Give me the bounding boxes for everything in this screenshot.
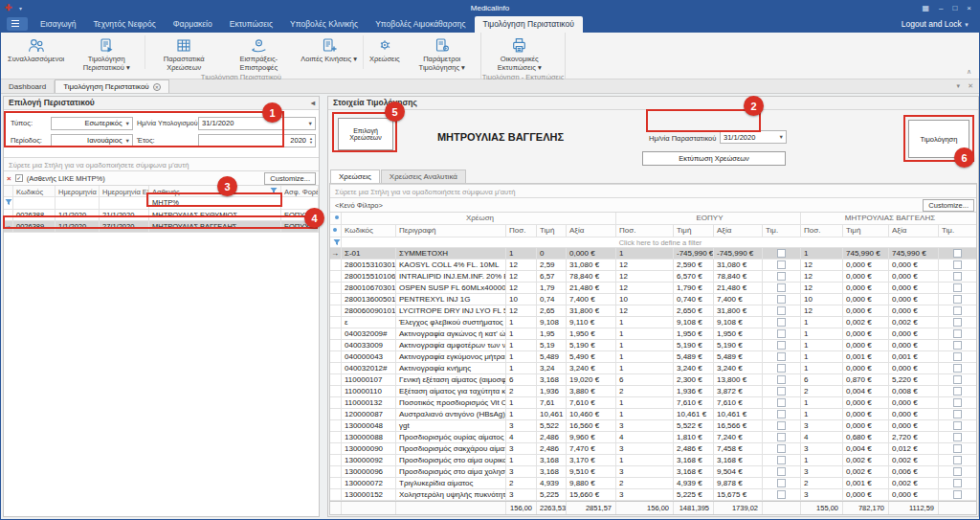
- period-combo[interactable]: Ιανουάριος▼: [51, 134, 133, 147]
- checkbox-unchecked[interactable]: [953, 272, 962, 281]
- filter-enabled-checkbox[interactable]: ✓: [15, 174, 23, 182]
- band-header-2[interactable]: ΕΟΠΥΥ: [616, 213, 801, 225]
- logout-and-lock-button[interactable]: Logout and Lock ▼: [892, 16, 979, 33]
- patient-row-2[interactable]: →00263891/1/202027/1/2020ΜΗΤΡΟΥΛΙΑΣ ΒΑΓΓ…: [4, 221, 319, 233]
- checkbox-unchecked[interactable]: [953, 364, 962, 373]
- checkbox-unchecked[interactable]: [777, 272, 786, 281]
- checkbox-unchecked[interactable]: [953, 433, 962, 441]
- ribbon-button-receipts[interactable]: Εισπράξεις-Επιστροφές: [221, 33, 296, 72]
- column-header-3[interactable]: Ποσ.: [506, 225, 537, 237]
- minimize-icon[interactable]: –: [939, 4, 943, 12]
- menu-tab-4[interactable]: Εκτυπώσεις: [221, 16, 281, 33]
- charge-row-9[interactable]: 040033009Ακτινογραφία αμφοτέρων των νεφρ…: [330, 340, 976, 351]
- charge-row-1[interactable]: →Σ-01ΣΥΜΜΕΤΟΧΗ100,000 €1-745,990 €-745,9…: [330, 248, 976, 260]
- checkbox-unchecked[interactable]: [777, 398, 786, 407]
- column-header-10[interactable]: Ποσ.: [801, 225, 843, 237]
- ribbon-button-people[interactable]: Συναλλασσόμενοι: [3, 33, 69, 72]
- collapse-ribbon-icon[interactable]: ∧: [967, 68, 971, 76]
- patient-row-1[interactable]: 00263881/1/202021/1/2020ΜΗΤΡΟΥΛΙΑΣ ΕΥΘΥΜ…: [4, 210, 319, 221]
- charge-row-16[interactable]: 130000048γgt35,52216,560 €35,522 €16,566…: [330, 420, 976, 432]
- charge-row-2[interactable]: 2800153103010KAOSYL COLL 4% FL. 10ML122,…: [330, 260, 976, 271]
- checkbox-unchecked[interactable]: [953, 283, 962, 292]
- ribbon-button-charges[interactable]: Χρεώσεις: [365, 33, 405, 72]
- checkbox-unchecked[interactable]: [777, 456, 786, 464]
- checkbox-unchecked[interactable]: [777, 260, 786, 269]
- define-filter-hint[interactable]: Click here to define a filter: [342, 237, 976, 248]
- menu-tab-7[interactable]: Τιμολόγηση Περιστατικού: [475, 16, 583, 33]
- checkbox-unchecked[interactable]: [953, 352, 962, 361]
- charges-tab-2[interactable]: Χρεώσεις Αναλυτικά: [381, 170, 466, 183]
- column-header-2[interactable]: Περιγραφή: [396, 225, 506, 237]
- checkbox-unchecked[interactable]: [777, 467, 786, 476]
- charge-row-20[interactable]: 130000096Προσδιορισμός στο αίμα χοληστερ…: [330, 466, 976, 478]
- empty-filter-text[interactable]: <Κενό Φίλτρο>: [335, 201, 383, 210]
- filter-funnel-icon[interactable]: [4, 197, 13, 210]
- menu-tab-1[interactable]: Εισαγωγή: [32, 16, 85, 33]
- checkbox-unchecked[interactable]: [953, 410, 962, 418]
- menu-tab-6[interactable]: Υποβολές Αιμοκάθαρσης: [367, 16, 474, 33]
- checkbox-unchecked[interactable]: [777, 490, 786, 499]
- checkbox-unchecked[interactable]: [953, 295, 962, 304]
- checkbox-unchecked[interactable]: [953, 421, 962, 430]
- checkbox-unchecked[interactable]: [777, 329, 786, 338]
- print-charges-button[interactable]: Εκτύπωση Χρεώσεων: [642, 151, 786, 166]
- charge-row-17[interactable]: 130000088Προσδιορισμός ουρίας αίματος42,…: [330, 432, 976, 443]
- checkbox-unchecked[interactable]: [953, 467, 962, 476]
- doc-date-field[interactable]: 31/1/2020▼: [720, 130, 787, 144]
- document-tab-1[interactable]: Dashboard: [1, 80, 55, 93]
- remove-filter-icon[interactable]: ×: [7, 174, 11, 183]
- close-tab-icon[interactable]: ✕: [153, 83, 161, 91]
- checkbox-unchecked[interactable]: [953, 479, 962, 487]
- charge-row-18[interactable]: 130000090Προσδιορισμός σακχάρου αίματος …: [330, 443, 976, 455]
- column-header-6[interactable]: Ποσ.: [616, 225, 674, 237]
- charge-row-7[interactable]: εΈλεγχος φλεβικού συστήματος κάτω άκρων …: [330, 317, 976, 328]
- charge-row-8[interactable]: 040032009#Ακτινογραφία αγκώνος ή κατ' ώμ…: [330, 328, 976, 340]
- close-document-icon[interactable]: ✕: [968, 82, 973, 90]
- checkbox-unchecked[interactable]: [953, 398, 962, 407]
- checkbox-unchecked[interactable]: [777, 421, 786, 430]
- application-menu-icon[interactable]: [7, 17, 28, 31]
- menu-tab-3[interactable]: Φαρμακείο: [165, 16, 221, 33]
- column-header-1[interactable]: Κωδικός: [13, 186, 56, 197]
- column-header-11[interactable]: Τιμή: [843, 225, 889, 237]
- ribbon-button-params[interactable]: Παράμετροι Τιμολόγησης ▾: [405, 33, 479, 72]
- column-header-9[interactable]: Τιμ.: [763, 225, 801, 237]
- checkbox-unchecked[interactable]: [953, 306, 962, 315]
- column-header-8[interactable]: Αξία: [714, 225, 763, 237]
- maximize-icon[interactable]: □: [952, 4, 957, 12]
- column-header-5[interactable]: Ασφ. Φορέας: [281, 186, 319, 197]
- checkbox-unchecked[interactable]: [777, 306, 786, 315]
- checkbox-unchecked[interactable]: [953, 341, 962, 350]
- checkbox-unchecked[interactable]: [953, 444, 962, 453]
- checkbox-unchecked[interactable]: [777, 295, 786, 304]
- charge-row-5[interactable]: 2800136005010PENTREXYL INJ 1G100,747,400…: [330, 294, 976, 305]
- checkbox-unchecked[interactable]: [777, 433, 786, 441]
- select-charges-button[interactable]: Επιλογή Χρεώσεων: [338, 118, 393, 150]
- checkbox-unchecked[interactable]: [953, 387, 962, 396]
- type-combo[interactable]: Εσωτερικός▼: [51, 117, 133, 130]
- filter-cell[interactable]: [100, 197, 149, 210]
- filter-funnel-icon[interactable]: [270, 187, 278, 196]
- checkbox-unchecked[interactable]: [777, 341, 786, 350]
- charge-row-6[interactable]: 2800600901015LYCITROPE DRY INJ LYO FL 50…: [330, 305, 976, 317]
- column-header-5[interactable]: Αξία: [567, 225, 616, 237]
- spinner-arrows-icon[interactable]: ▲▼: [309, 137, 313, 145]
- charges-tab-1[interactable]: Χρεώσεις: [330, 170, 380, 183]
- checkbox-unchecked[interactable]: [953, 375, 962, 384]
- checkbox-unchecked[interactable]: [777, 249, 786, 258]
- column-header-3[interactable]: Ημερομηνία Εξόδο: [100, 186, 149, 197]
- charge-row-15[interactable]: 120000087Αυστραλιανό αντιγόνο (HBsAg)110…: [330, 409, 976, 420]
- checkbox-unchecked[interactable]: [777, 479, 786, 487]
- checkbox-unchecked[interactable]: [953, 490, 962, 499]
- checkbox-unchecked[interactable]: [777, 364, 786, 373]
- charge-row-21[interactable]: 130000072Τριγλυκερίδια αίματος24,9399,88…: [330, 478, 976, 489]
- customize-filter-button[interactable]: Customize...: [923, 199, 974, 212]
- document-tab-2[interactable]: Τιμολόγηση Περιστατικού✕: [55, 79, 169, 93]
- menu-tab-5[interactable]: Υποβολές Κλινικής: [281, 16, 367, 33]
- invoice-button[interactable]: Τιμολόγηση: [908, 120, 969, 158]
- year-spinner[interactable]: 2020▲▼: [198, 134, 316, 147]
- column-header-4[interactable]: Ασθενής: [149, 186, 281, 197]
- tab-list-arrow-icon[interactable]: ▾: [957, 82, 961, 90]
- column-header-7[interactable]: Τιμή: [674, 225, 714, 237]
- ribbon-button-invoice[interactable]: Τιμολόγηση Περιστατικού ▾: [69, 33, 144, 72]
